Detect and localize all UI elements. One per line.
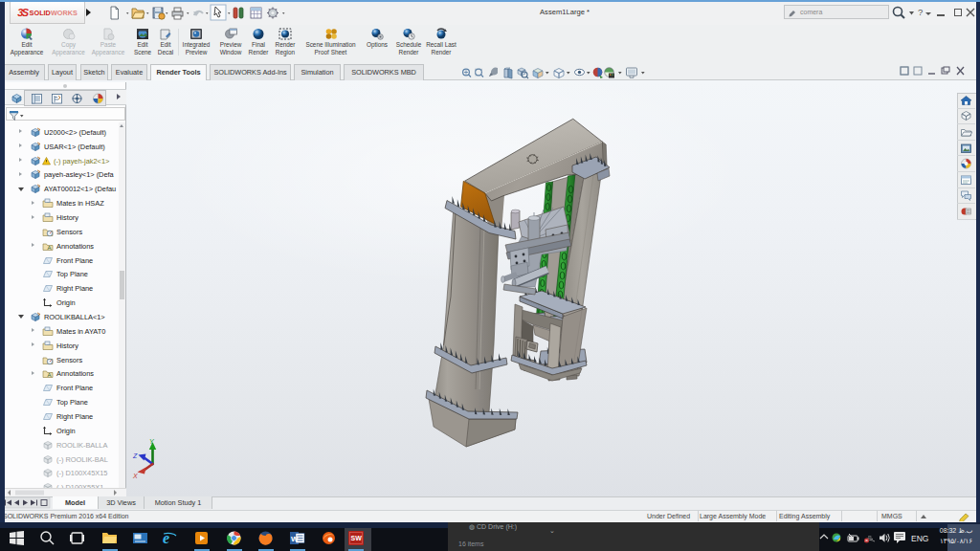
svg-text:Y: Y: [149, 438, 155, 445]
svg-text:A: A: [48, 245, 52, 251]
svg-text:X: X: [132, 473, 138, 479]
svg-text:Z: Z: [132, 452, 138, 459]
svg-text:A: A: [48, 372, 52, 378]
